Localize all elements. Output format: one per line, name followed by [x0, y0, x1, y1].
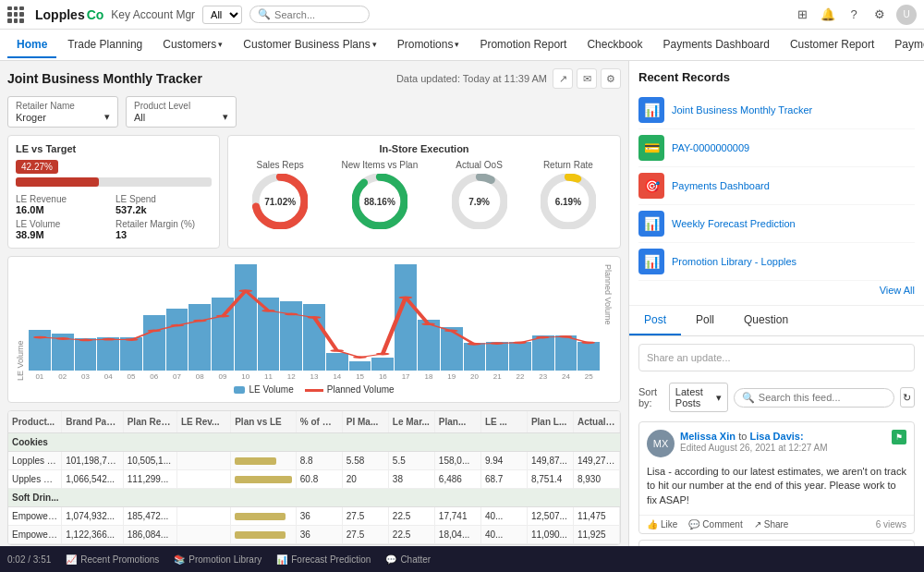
post-author[interactable]: Melissa Xin	[680, 431, 736, 442]
bottom-item-forecast[interactable]: 📊 Forecast Prediction	[276, 554, 371, 565]
retailer-filter[interactable]: Retailer Name Kroger ▾	[7, 96, 118, 128]
record-link-jbmt[interactable]: Joint Business Monthly Tracker	[672, 104, 812, 116]
left-content: Joint Business Monthly Tracker Data upda…	[0, 61, 628, 546]
table-row[interactable]: Empower Cola 12oz 12pck C... 1,122,366..…	[8, 526, 620, 544]
post-actions: 👍 Like 💬 Comment ↗ Share 6 views	[639, 515, 914, 533]
page-title: Joint Business Monthly Tracker	[7, 71, 202, 86]
recent-records-section: Recent Records 📊 Joint Business Monthly …	[629, 61, 924, 306]
tab-question[interactable]: Question	[729, 306, 803, 335]
td-le-rev	[177, 470, 231, 488]
chart-bar	[258, 298, 280, 371]
tab-post[interactable]: Post	[629, 306, 681, 335]
feed-search-input[interactable]	[759, 392, 886, 403]
chart-bar	[532, 335, 554, 371]
th-actual-li: Actual Li...	[574, 411, 620, 432]
global-search[interactable]: 🔍	[249, 6, 370, 23]
recent-record-forecast[interactable]: 📊 Weekly Forecast Prediction	[638, 205, 915, 243]
td-plan-rev: 10,505,1...	[124, 452, 177, 469]
app-grid-icon[interactable]	[7, 6, 24, 23]
nav-checkbook[interactable]: Checkbook	[578, 32, 651, 58]
gauge-return-rate: Return Rate 6.19%	[541, 160, 596, 229]
refresh-button[interactable]: ↻	[900, 387, 915, 408]
td-plan-rev: 186,084...	[124, 526, 177, 543]
comment-button[interactable]: 💬 Comment	[688, 519, 742, 529]
nav-customers[interactable]: Customers ▾	[153, 32, 232, 58]
nav-home[interactable]: Home	[7, 32, 56, 58]
table-row[interactable]: Lopples 6pck Value 24oz 101,198,71... 10…	[8, 452, 620, 470]
post-body: Lisa - according to our latest estimates…	[639, 465, 914, 515]
th-le-rev: LE Rev...	[177, 411, 231, 432]
th-brand: Brand Pack Size PPG	[62, 411, 123, 432]
td-le: 9.94	[481, 452, 528, 469]
legend-le: LE Volume	[234, 384, 293, 395]
group-cookies: Cookies	[8, 433, 620, 452]
chart-bar	[509, 342, 531, 371]
tab-poll[interactable]: Poll	[681, 306, 729, 335]
nav-customer-report[interactable]: Customer Report	[781, 32, 883, 58]
share-icon-post: ↗	[754, 519, 761, 529]
recent-record-promo[interactable]: 📊 Promotion Library - Lopples	[638, 243, 915, 281]
td-pct-bu: 60.8	[297, 470, 343, 488]
legend-planned-label: Planned Volume	[327, 384, 395, 395]
record-icon-payments-dash: 🎯	[638, 173, 664, 199]
nav-promotion-report[interactable]: Promotion Report	[470, 32, 576, 58]
table-row[interactable]: Empower Cola 12oz 12pck B... 1,074,932..…	[8, 507, 620, 526]
like-label: Like	[661, 519, 677, 529]
nav-payments-dashboard[interactable]: Payments Dashboard	[654, 32, 779, 58]
record-link-forecast[interactable]: Weekly Forecast Prediction	[672, 218, 796, 229]
share-icon[interactable]: ↗	[553, 68, 573, 89]
bottom-item-chatter[interactable]: 💬 Chatter	[385, 554, 431, 565]
nav-promotions[interactable]: Promotions ▾	[388, 32, 469, 58]
share-button[interactable]: ↗ Share	[754, 519, 789, 529]
nav-payments[interactable]: Payments ▾	[885, 32, 924, 58]
setup-icon[interactable]: ⊞	[793, 6, 811, 24]
bell-icon[interactable]: 🔔	[819, 6, 837, 24]
bottom-item-promotion-library[interactable]: 📚 Promotion Library	[174, 554, 261, 565]
all-select[interactable]: All	[202, 6, 242, 24]
sort-label: Sort by:	[638, 386, 663, 408]
view-all-button[interactable]: View All	[638, 285, 915, 296]
post-recipient[interactable]: Lisa Davis:	[750, 431, 804, 442]
chatter-icon: 💬	[385, 554, 396, 565]
sort-select[interactable]: Latest Posts ▾	[669, 383, 728, 412]
x-label: 13	[303, 372, 325, 381]
nav-customer-business-plans[interactable]: Customer Business Plans ▾	[234, 32, 385, 58]
record-link-promo[interactable]: Promotion Library - Lopples	[672, 256, 796, 267]
th-product: Product...	[8, 411, 62, 432]
bottom-item-recent-promotions[interactable]: 📈 Recent Promotions	[66, 554, 159, 565]
recent-record-jbmt[interactable]: 📊 Joint Business Monthly Tracker	[638, 91, 915, 129]
td-plan-l: 149,87...	[528, 452, 574, 469]
post-time: Edited August 26, 2021 at 12:27 AM	[680, 443, 886, 453]
product-level-filter[interactable]: Product Level All ▾	[126, 96, 237, 128]
feed-section: Post Poll Question Share an update... So…	[629, 306, 924, 546]
nav-trade-planning[interactable]: Trade Planning	[58, 32, 152, 58]
avatar[interactable]: U	[896, 5, 917, 25]
legend-planned: Planned Volume	[305, 384, 395, 395]
group-soft-drinks: Soft Drin...	[8, 489, 620, 507]
like-button[interactable]: 👍 Like	[647, 519, 677, 529]
chevron-down-icon-2: ▾	[223, 111, 228, 123]
x-label: 15	[349, 372, 371, 381]
chart-bar	[120, 337, 142, 371]
record-link-pay[interactable]: PAY-0000000009	[672, 142, 749, 153]
settings-gear-icon[interactable]: ⚙	[601, 68, 621, 89]
feed-search[interactable]: 🔍	[734, 388, 894, 408]
td-plan-le	[231, 507, 297, 525]
x-label: 20	[464, 372, 486, 381]
help-icon[interactable]: ?	[845, 6, 863, 24]
table-row[interactable]: Upples 6pck Value 24oz 1,066,542... 111,…	[8, 470, 620, 489]
chart-bars-area	[29, 264, 600, 371]
th-le-mar: Le Mar...	[389, 411, 435, 432]
settings-icon[interactable]: ⚙	[870, 6, 889, 24]
recent-record-pay[interactable]: 💳 PAY-0000000009	[638, 129, 915, 167]
td-le-rev	[177, 507, 231, 525]
record-link-payments-dash[interactable]: Payments Dashboard	[672, 180, 770, 191]
x-label: 07	[166, 372, 188, 381]
share-update-box[interactable]: Share an update...	[638, 344, 915, 371]
sort-row: Sort by: Latest Posts ▾ 🔍 ↻	[629, 379, 924, 416]
comment-box[interactable]	[638, 540, 915, 546]
search-input[interactable]	[274, 9, 367, 20]
chart-bar	[395, 264, 417, 371]
recent-record-payments-dash[interactable]: 🎯 Payments Dashboard	[638, 167, 915, 205]
email-icon[interactable]: ✉	[577, 68, 597, 89]
